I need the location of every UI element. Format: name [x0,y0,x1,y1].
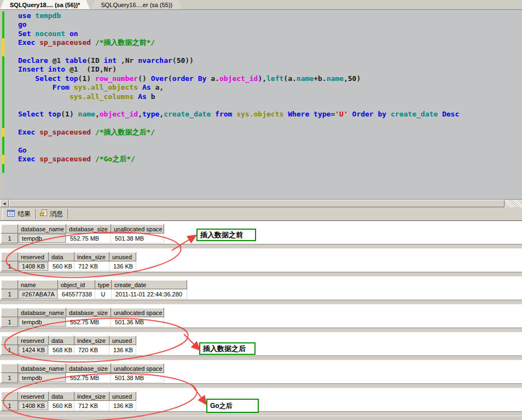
grid-cell[interactable]: 552.75 MB [66,373,111,383]
code-line[interactable]: go [2,20,522,29]
column-header[interactable]: index_size [74,253,109,261]
column-header[interactable]: database_size [66,308,111,317]
messages-icon [40,209,47,218]
code-line[interactable]: Exec sp_spaceused /*Go之后*/ [2,155,522,164]
row-header[interactable]: 1 [2,289,18,299]
column-header[interactable]: unused [109,253,136,261]
tab-sqlquery16[interactable]: SQLQuery16....er (sa (55)) [91,0,182,9]
grid-corner-cell[interactable] [2,253,18,261]
grid-cell[interactable]: tempdb [18,373,66,383]
grid-cell[interactable]: 1408 KB [18,261,49,271]
grid-cell[interactable]: 501.38 MB [111,234,164,243]
tab-sqlquery18[interactable]: SQLQuery18.... (sa (56))* [0,0,90,9]
grid-corner-cell[interactable] [2,392,18,401]
code-text: Go [4,146,27,155]
scrollbar-thumb[interactable] [9,200,504,207]
tab-results[interactable]: 结果 [2,209,36,219]
grid-cell[interactable]: 552.75 MB [66,234,111,243]
column-header[interactable]: reserved [18,392,49,401]
row-header[interactable]: 1 [2,234,18,243]
code-line[interactable] [2,164,522,173]
grid-cell[interactable]: 2011-11-01 22:44:36.280 [112,289,187,299]
sql-editor[interactable]: use tempdbgoSet nocount onExec sp_spaceu… [0,10,522,199]
editor-horizontal-scrollbar[interactable]: ◄ [0,199,522,207]
grid-cell[interactable]: tempdb [18,317,66,327]
column-header[interactable]: unallocated space [111,308,164,317]
column-header[interactable]: database_name [18,308,66,317]
row-header[interactable]: 1 [2,317,18,327]
code-text: use tempdb [4,11,61,20]
grid-cell[interactable]: 560 KB [49,261,74,271]
row-header[interactable]: 1 [2,345,18,355]
column-header[interactable]: unused [109,392,136,401]
column-header[interactable]: object_id [58,281,95,289]
grid-row: 1tempdb552.75 MB501.38 MB [2,234,164,243]
grid-cell[interactable]: U [95,289,112,299]
grid-cell[interactable]: 501.36 MB [111,317,164,327]
column-header[interactable]: unused [109,336,136,345]
tab-results-label: 结果 [18,209,31,219]
code-line[interactable]: Set nocount on [2,30,522,38]
column-header[interactable]: database_size [66,364,111,373]
result-grid: reserveddataindex_sizeunused11408 KB560 … [1,252,136,271]
code-line[interactable]: use tempdb [2,11,522,20]
grid-cell[interactable]: 712 KB [74,261,109,271]
code-line[interactable]: Go [2,146,522,155]
grid-cell[interactable]: 501.38 MB [111,373,164,383]
grid-cell[interactable]: 136 KB [109,261,136,271]
row-header[interactable]: 1 [2,261,18,271]
grid-cell[interactable]: 552.75 MB [66,317,111,327]
grid-cell[interactable]: #267ABA7A [18,289,58,299]
code-line[interactable] [2,137,522,145]
grid-cell[interactable]: 645577338 [58,289,95,299]
code-line[interactable] [2,101,522,110]
column-header[interactable]: data [49,253,74,261]
grid-cell[interactable]: 720 KB [74,345,109,355]
column-header[interactable]: database_name [18,225,66,234]
grid-cell[interactable]: 560 KB [49,401,74,411]
code-line[interactable]: Exec sp_spaceused /*插入数据之后*/ [2,128,522,137]
column-header[interactable]: index_size [74,392,109,401]
scroll-left-button[interactable]: ◄ [0,200,9,207]
result-set-separator [0,244,522,249]
column-header[interactable]: index_size [74,336,109,345]
column-header[interactable]: database_name [18,364,66,373]
grid-cell[interactable]: 136 KB [109,401,136,411]
code-line[interactable]: Select top(1) row_number() Over(order By… [2,74,522,83]
code-line[interactable]: Declare @1 table(ID int ,Nr nvarchar(50)… [2,56,522,65]
row-header[interactable]: 1 [2,401,18,411]
column-header[interactable]: data [49,392,74,401]
column-header[interactable]: create_date [112,281,187,289]
grid-cell[interactable]: 712 KB [74,401,109,411]
column-header[interactable]: unallocated space [111,225,164,234]
code-line[interactable] [2,48,522,56]
column-header[interactable]: type [95,281,112,289]
grid-cell[interactable]: tempdb [18,234,66,243]
grid-cell[interactable]: 1424 KB [18,345,49,355]
code-line[interactable]: Insert into @1 (ID,Nr) [2,65,522,74]
code-line[interactable] [2,119,522,128]
grid-cell[interactable]: 568 KB [49,345,74,355]
grid-corner-cell[interactable] [2,308,18,317]
code-line[interactable]: Select top(1) name,object_id,type,create… [2,110,522,119]
result-grid: database_namedatabase_sizeunallocated sp… [1,308,164,327]
code-line[interactable]: sys.all_columns As b [2,92,522,101]
tab-messages[interactable]: 消息 [36,209,68,219]
ssms-window: SQLQuery18.... (sa (56))* SQLQuery16....… [0,0,522,420]
column-header[interactable]: reserved [18,253,49,261]
code-line[interactable]: Exec sp_spaceused /*插入数据之前*/ [2,38,522,47]
grid-corner-cell[interactable] [2,281,18,289]
grid-corner-cell[interactable] [2,364,18,373]
column-header[interactable]: data [49,336,74,345]
code-text [4,48,18,56]
grid-corner-cell[interactable] [2,336,18,345]
column-header[interactable]: unallocated space [111,364,164,373]
grid-cell[interactable]: 1408 KB [18,401,49,411]
column-header[interactable]: reserved [18,336,49,345]
column-header[interactable]: name [18,281,58,289]
grid-corner-cell[interactable] [2,225,18,234]
grid-cell[interactable]: 136 KB [109,345,136,355]
row-header[interactable]: 1 [2,373,18,383]
column-header[interactable]: database_size [66,225,111,234]
code-line[interactable]: From sys.all_objects As a, [2,83,522,92]
